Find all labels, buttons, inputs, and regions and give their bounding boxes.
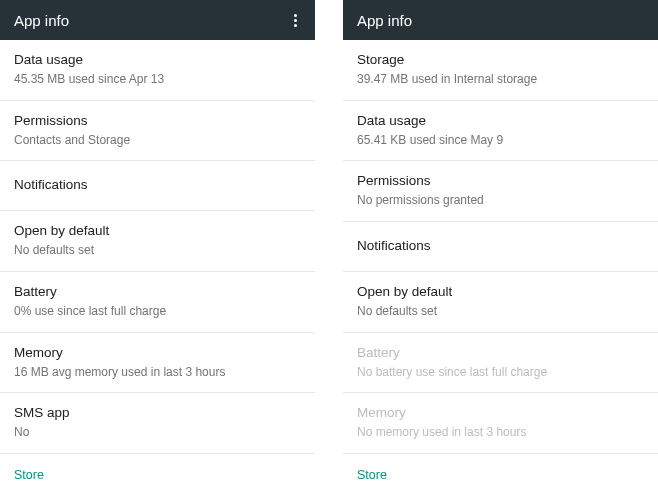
- item-sub: No: [14, 424, 301, 441]
- item-sub: 16 MB avg memory used in last 3 hours: [14, 364, 301, 381]
- item-open-by-default[interactable]: Open by default No defaults set: [343, 272, 658, 333]
- item-title: Memory: [14, 344, 301, 363]
- item-notifications[interactable]: Notifications: [343, 222, 658, 272]
- phone-left: App info Data usage 45.35 MB used since …: [0, 0, 315, 500]
- item-sms-app[interactable]: SMS app No: [0, 393, 315, 454]
- item-open-by-default[interactable]: Open by default No defaults set: [0, 211, 315, 272]
- item-notifications[interactable]: Notifications: [0, 161, 315, 211]
- item-storage[interactable]: Storage 39.47 MB used in Internal storag…: [343, 40, 658, 101]
- item-sub: 39.47 MB used in Internal storage: [357, 71, 644, 88]
- store-label: Store: [357, 468, 387, 482]
- item-title: Memory: [357, 404, 644, 423]
- store-section-label: Store: [343, 454, 658, 490]
- item-memory: Memory No memory used in last 3 hours: [343, 393, 658, 454]
- store-section-label: Store: [0, 454, 315, 490]
- store-label: Store: [14, 468, 44, 482]
- app-bar: App info: [0, 0, 315, 40]
- item-title: Storage: [357, 51, 644, 70]
- item-battery[interactable]: Battery 0% use since last full charge: [0, 272, 315, 333]
- app-bar-title: App info: [14, 12, 69, 29]
- item-title: Open by default: [14, 222, 301, 241]
- item-title: Notifications: [14, 176, 301, 195]
- item-sub: No battery use since last full charge: [357, 364, 644, 381]
- item-sub: No memory used in last 3 hours: [357, 424, 644, 441]
- item-title: Permissions: [14, 112, 301, 131]
- phone-right: App info Storage 39.47 MB used in Intern…: [343, 0, 658, 500]
- app-bar-title: App info: [357, 12, 412, 29]
- item-title: Battery: [357, 344, 644, 363]
- item-app-details: App details App installed from Package i…: [343, 490, 658, 500]
- item-sub: No defaults set: [357, 303, 644, 320]
- item-permissions[interactable]: Permissions No permissions granted: [343, 161, 658, 222]
- item-sub: Contacts and Storage: [14, 132, 301, 149]
- settings-list: Data usage 45.35 MB used since Apr 13 Pe…: [0, 40, 315, 500]
- item-data-usage[interactable]: Data usage 65.41 KB used since May 9: [343, 101, 658, 162]
- item-title: Permissions: [357, 172, 644, 191]
- item-sub: 65.41 KB used since May 9: [357, 132, 644, 149]
- more-vert-icon[interactable]: [290, 10, 301, 31]
- item-sub: 0% use since last full charge: [14, 303, 301, 320]
- item-title: Data usage: [14, 51, 301, 70]
- item-title: Battery: [14, 283, 301, 302]
- item-permissions[interactable]: Permissions Contacts and Storage: [0, 101, 315, 162]
- item-title: SMS app: [14, 404, 301, 423]
- item-sub: No defaults set: [14, 242, 301, 259]
- item-sub: No permissions granted: [357, 192, 644, 209]
- item-title: Data usage: [357, 112, 644, 131]
- item-data-usage[interactable]: Data usage 45.35 MB used since Apr 13: [0, 40, 315, 101]
- item-title: Open by default: [357, 283, 644, 302]
- app-bar: App info: [343, 0, 658, 40]
- settings-list: Storage 39.47 MB used in Internal storag…: [343, 40, 658, 500]
- item-memory[interactable]: Memory 16 MB avg memory used in last 3 h…: [0, 333, 315, 394]
- item-title: Notifications: [357, 237, 644, 256]
- item-sub: 45.35 MB used since Apr 13: [14, 71, 301, 88]
- item-app-details: App details App installed from Google Pl…: [0, 490, 315, 500]
- item-battery: Battery No battery use since last full c…: [343, 333, 658, 394]
